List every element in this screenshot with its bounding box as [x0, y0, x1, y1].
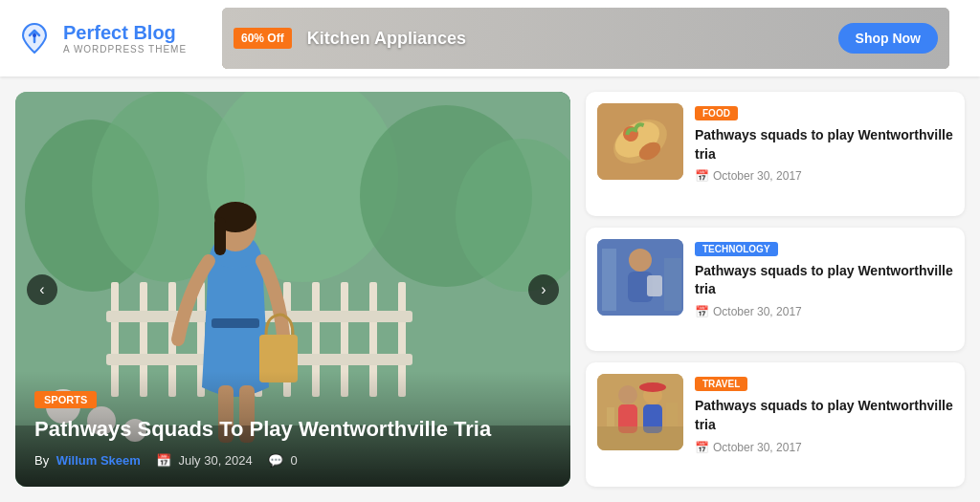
food-article-date: 📅 October 30, 2017 [695, 169, 953, 183]
hero-author: By Willum Skeem [34, 453, 141, 468]
svg-rect-6 [755, 29, 779, 51]
tech-article-date: 📅 October 30, 2017 [695, 305, 953, 318]
svg-point-56 [639, 382, 666, 392]
svg-point-53 [618, 385, 637, 404]
hero-overlay: SPORTS Pathways Squads To Play Wentworth… [15, 371, 570, 487]
food-category-badge: FOOD [695, 106, 738, 120]
hero-comments: 💬 0 [268, 453, 298, 468]
tech-article-title: Pathways squads to play Wentworthville t… [695, 262, 953, 299]
banner-discount-badge: 60% Off [234, 28, 292, 49]
main-content: SPORTS Pathways Squads To Play Wentworth… [0, 76, 980, 502]
shop-now-button[interactable]: Shop Now [838, 23, 938, 54]
calendar-icon-travel: 📅 [695, 441, 709, 454]
svg-rect-50 [602, 249, 616, 311]
svg-rect-2 [222, 51, 949, 69]
hero-category-badge: SPORTS [34, 391, 97, 408]
logo-text: Perfect Blog A WordPress Theme [63, 22, 187, 55]
article-card-food: FOOD Pathways squads to play Wentworthvi… [586, 92, 965, 216]
comment-icon: 💬 [268, 453, 283, 468]
svg-rect-7 [804, 17, 835, 50]
svg-rect-49 [647, 275, 662, 296]
svg-point-47 [629, 249, 652, 272]
article-thumb-tech [597, 239, 683, 316]
article-info-food: FOOD Pathways squads to play Wentworthvi… [695, 103, 953, 183]
header: Perfect Blog A WordPress Theme 60% Off [0, 0, 980, 76]
logo-icon [15, 19, 54, 57]
travel-category-badge: TRAVEL [695, 377, 747, 391]
banner-ad: 60% Off Kitchen Appliances Shop Now [222, 8, 949, 69]
travel-article-date: 📅 October 30, 2017 [695, 441, 953, 454]
calendar-icon: 📅 [156, 453, 171, 468]
hero-meta: By Willum Skeem 📅 July 30, 2024 💬 0 [34, 453, 551, 468]
logo-title: Perfect Blog [63, 22, 187, 44]
right-sidebar: FOOD Pathways squads to play Wentworthvi… [586, 92, 965, 487]
calendar-icon-tech: 📅 [695, 305, 709, 318]
travel-thumbnail-image [597, 374, 683, 450]
banner-title: Kitchen Appliances [307, 29, 466, 49]
article-thumb-food [597, 103, 683, 180]
article-info-travel: TRAVEL Pathways squads to play Wentworth… [695, 374, 953, 453]
svg-rect-5 [707, 24, 744, 51]
article-thumb-travel [597, 374, 683, 450]
svg-rect-60 [666, 403, 678, 426]
calendar-icon-food: 📅 [695, 169, 709, 183]
food-thumbnail-image [597, 103, 683, 180]
svg-rect-32 [214, 217, 226, 255]
hero-title: Pathways Squads To Play Wentworthville T… [34, 416, 551, 444]
tech-category-badge: TECHNOLOGY [695, 242, 778, 256]
svg-rect-33 [212, 318, 259, 328]
svg-point-0 [33, 33, 36, 37]
hero-date: 📅 July 30, 2024 [156, 453, 253, 468]
logo-subtitle: A WordPress Theme [63, 44, 187, 55]
slider-next-button[interactable]: › [528, 274, 559, 305]
tech-svg [597, 239, 683, 316]
article-card-travel: TRAVEL Pathways squads to play Wentworth… [586, 362, 965, 487]
tech-thumbnail-image [597, 239, 683, 316]
travel-svg [597, 374, 683, 450]
article-card-tech: TECHNOLOGY Pathways squads to play Wentw… [586, 228, 965, 352]
article-info-tech: TECHNOLOGY Pathways squads to play Wentw… [695, 239, 953, 318]
svg-rect-51 [664, 258, 681, 311]
travel-article-title: Pathways squads to play Wentworthville t… [695, 397, 953, 434]
logo-area: Perfect Blog A WordPress Theme [15, 19, 207, 57]
slider-prev-button[interactable]: ‹ [27, 274, 57, 305]
svg-rect-58 [597, 426, 683, 450]
svg-rect-59 [607, 407, 614, 426]
food-svg [597, 103, 683, 180]
hero-slider: SPORTS Pathways Squads To Play Wentworth… [15, 92, 570, 487]
food-article-title: Pathways squads to play Wentworthville t… [695, 126, 953, 164]
